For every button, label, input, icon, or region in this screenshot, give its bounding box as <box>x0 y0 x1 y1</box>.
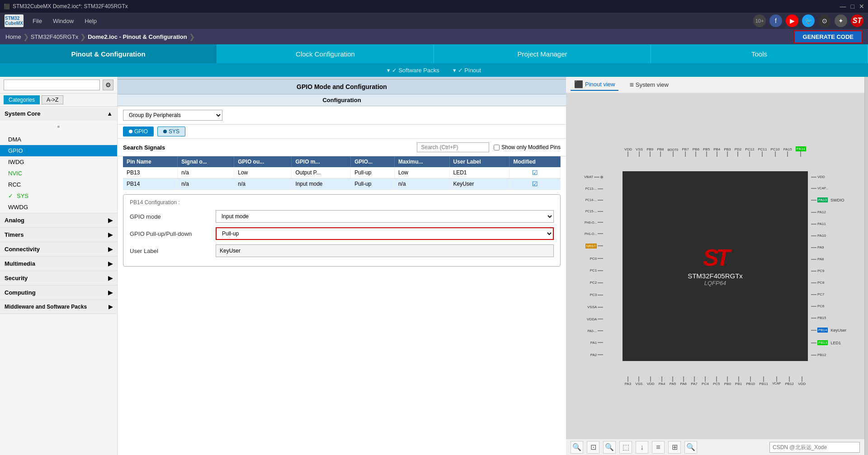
tab-categories-button[interactable]: Categories <box>4 95 40 104</box>
sidebar-item-gpio[interactable]: GPIO <box>0 145 117 156</box>
tab-tools[interactable]: Tools <box>651 44 868 63</box>
pin-pc4: PC4 <box>702 376 709 386</box>
subtab-software-packs[interactable]: ▾ ✓ Software Packs <box>387 67 439 74</box>
gpio-table: Pin Name Signal o... GPIO ou... GPIO m..… <box>123 156 561 190</box>
security-label: Security <box>5 275 28 281</box>
sidebar-section-timers-header[interactable]: Timers ▶ <box>0 228 117 242</box>
sidebar-item-iwdg[interactable]: IWDG <box>0 156 117 168</box>
group-by-select[interactable]: Group By Peripherals <box>123 110 222 121</box>
pin-pa8: PA8 <box>811 257 824 261</box>
tab-pinout-config[interactable]: Pinout & Configuration <box>0 44 217 63</box>
network-icon[interactable]: ✦ <box>835 14 847 27</box>
youtube-icon[interactable]: ▶ <box>786 14 798 27</box>
sidebar-section-middleware: Middleware and Software Packs ▶ <box>0 300 117 314</box>
gpio-pull-select[interactable]: Pull-up <box>216 227 554 240</box>
menu-file[interactable]: File <box>33 18 42 24</box>
tab-clock-config[interactable]: Clock Configuration <box>217 44 434 63</box>
sidebar-section-multimedia-header[interactable]: Multimedia ▶ <box>0 257 117 271</box>
zoom-out-button[interactable]: 🔍 <box>603 441 616 454</box>
breadcrumb-sep3: ❯ <box>189 33 195 41</box>
twitter-icon[interactable]: 🐦 <box>802 14 815 27</box>
export-button[interactable]: ↓ <box>636 441 648 454</box>
view-tab-pinout[interactable]: ⬛ Pinout view <box>571 79 618 91</box>
window-icon: ⬛ <box>4 4 10 9</box>
sidebar-item-nvic[interactable]: NVIC <box>0 168 117 179</box>
gpio-table-container: Pin Name Signal o... GPIO ou... GPIO m..… <box>118 156 566 190</box>
gpio-mode-select[interactable]: Input mode <box>216 210 554 223</box>
breadcrumb-project[interactable]: Dome2.ioc - Pinout & Configuration <box>88 33 187 40</box>
right-panel: ⬛ Pinout view ≡ System view VDD VSS PB9 … <box>566 77 864 455</box>
menu-window[interactable]: Window <box>53 18 74 24</box>
sidebar-item-sys[interactable]: SYS <box>0 190 117 202</box>
content-area: ⚙ Categories A->Z System Core ▲ • DMA GP… <box>0 77 868 455</box>
cell-modified-pb13: ☑ <box>509 167 561 178</box>
sidebar-section-security-header[interactable]: Security ▶ <box>0 271 117 285</box>
zoom-in-button[interactable]: 🔍 <box>571 441 583 454</box>
sidebar-section-connectivity-header[interactable]: Connectivity ▶ <box>0 242 117 256</box>
system-view-label: System view <box>636 81 669 88</box>
sidebar-search-input[interactable] <box>4 80 100 90</box>
breadcrumb-home[interactable]: Home <box>5 33 21 40</box>
search-chip-button[interactable]: 🔍 <box>684 441 697 454</box>
generate-code-button[interactable]: GENERATE CODE <box>794 30 863 43</box>
chip-package-text: LQFP64 <box>704 280 726 286</box>
sidebar-section-system-core: System Core ▲ • DMA GPIO IWDG NVIC <box>0 107 117 213</box>
group-by-area: Group By Peripherals <box>118 106 566 125</box>
layers-button[interactable]: ≡ <box>652 441 665 454</box>
cell-gpio-pb13: Pull-up <box>351 167 395 178</box>
ptab-sys[interactable]: SYS <box>157 127 185 136</box>
sidebar-section-system-core-header[interactable]: System Core ▲ <box>0 107 117 121</box>
cell-max-pb13: Low <box>394 167 449 178</box>
right-scrollbar[interactable] <box>864 77 868 455</box>
show-modified-checkbox[interactable] <box>494 145 500 150</box>
show-modified-checkbox-label[interactable]: Show only Modified Pins <box>494 144 561 150</box>
pin-pb0: PB0 <box>724 376 731 386</box>
pin-vcap-bot: VCAP <box>772 376 781 385</box>
left-pins: VBAT PC13-... PC14-... PC15-... PH0-O...… <box>584 171 603 361</box>
menu-help[interactable]: Help <box>85 18 97 24</box>
grid-button[interactable]: ⊞ <box>668 441 681 454</box>
st-logo-icon[interactable]: ST <box>851 14 863 27</box>
chip-search-input[interactable] <box>769 442 860 453</box>
pin-vbat: VBAT <box>584 175 603 179</box>
sidebar-settings-button[interactable]: ⚙ <box>103 80 113 90</box>
view-tab-system[interactable]: ≡ System view <box>626 80 672 90</box>
close-button[interactable]: ✕ <box>859 3 864 10</box>
frame-button[interactable]: ⬚ <box>619 441 632 454</box>
sidebar-section-analog-header[interactable]: Analog ▶ <box>0 213 117 227</box>
pin-pc15: PC15-... <box>585 210 604 213</box>
pin-pb3: PB3 <box>724 147 731 157</box>
pin-pb12: PB12 <box>785 376 794 386</box>
signal-search-input[interactable] <box>417 142 489 152</box>
ptab-gpio[interactable]: GPIO <box>123 127 154 136</box>
pin-pb11: PB11 <box>759 376 768 386</box>
pb14-config-title: PB14 Configuration : <box>130 199 554 206</box>
sidebar-item-dma[interactable]: DMA <box>0 134 117 145</box>
tab-project-manager[interactable]: Project Manager <box>434 44 651 63</box>
table-row[interactable]: PB13 n/a Low Output P... Pull-up Low LED… <box>123 167 561 178</box>
system-icon: ≡ <box>629 81 633 89</box>
timers-label: Timers <box>5 231 24 238</box>
app-logo: STM32CubeMX <box>5 14 24 27</box>
sidebar-section-middleware-header[interactable]: Middleware and Software Packs ▶ <box>0 300 117 314</box>
pin-pa4: PA4 <box>659 376 665 386</box>
github-icon[interactable]: ⊙ <box>818 14 831 27</box>
minimize-button[interactable]: — <box>840 3 846 10</box>
breadcrumb-chip[interactable]: STM32F405RGTx <box>31 33 78 40</box>
tab-az-button[interactable]: A->Z <box>42 95 63 104</box>
pin-pb7: PB7 <box>682 147 689 157</box>
pin-pc8: PC8 <box>811 281 825 285</box>
maximize-button[interactable]: □ <box>851 3 854 10</box>
sidebar-item-rcc[interactable]: RCC <box>0 179 117 190</box>
expand-icon: • <box>57 122 60 132</box>
sys-label: SYS <box>17 192 28 199</box>
multimedia-label: Multimedia <box>5 260 35 267</box>
facebook-icon[interactable]: f <box>769 14 782 27</box>
cell-modified-pb14: ☑ <box>509 178 561 190</box>
user-label-input[interactable] <box>216 244 554 257</box>
sidebar-section-computing-header[interactable]: Computing ▶ <box>0 286 117 300</box>
table-row[interactable]: PB14 n/a n/a Input mode Pull-up n/a KeyU… <box>123 178 561 190</box>
sidebar-item-wwdg[interactable]: WWDG <box>0 202 117 213</box>
fit-view-button[interactable]: ⊡ <box>587 441 599 454</box>
subtab-pinout[interactable]: ▾ ✓ Pinout <box>453 67 481 74</box>
